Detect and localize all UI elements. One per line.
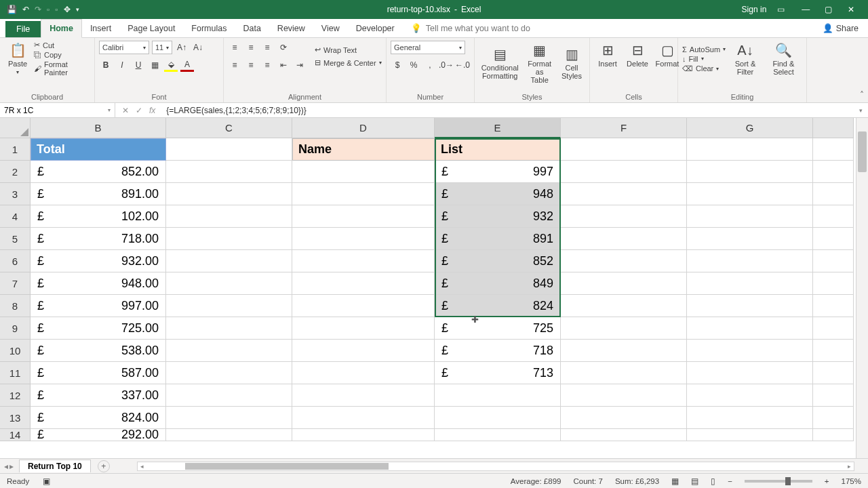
cell[interactable] <box>813 183 854 205</box>
cell[interactable] <box>166 183 292 205</box>
cell[interactable] <box>687 362 813 384</box>
font-size-select[interactable]: 11▾ <box>152 41 172 54</box>
cell[interactable] <box>292 183 435 205</box>
cell[interactable] <box>561 384 687 407</box>
cell[interactable] <box>166 317 292 340</box>
cell[interactable]: £852.00 <box>31 161 166 183</box>
scrollbar-thumb[interactable] <box>185 463 389 470</box>
cell[interactable] <box>813 362 854 384</box>
align-middle-icon[interactable]: ≡ <box>244 41 258 54</box>
cell[interactable] <box>687 161 813 183</box>
row-header[interactable]: 8 <box>0 295 31 317</box>
cell[interactable] <box>561 272 687 295</box>
tab-view[interactable]: View <box>313 20 348 37</box>
cell[interactable]: £725 <box>435 317 561 340</box>
maximize-button[interactable]: ▢ <box>818 5 839 14</box>
cell[interactable] <box>687 250 813 272</box>
cell[interactable]: £997 <box>435 161 561 183</box>
column-header[interactable] <box>813 118 854 138</box>
row-header[interactable]: 7 <box>0 272 31 295</box>
cell[interactable]: £932.00 <box>31 250 166 272</box>
row-header[interactable]: 9 <box>0 317 31 340</box>
cell[interactable] <box>435 407 561 429</box>
zoom-level[interactable]: 175% <box>842 477 861 485</box>
font-color-button[interactable]: A <box>180 58 194 72</box>
paste-button[interactable]: 📋Paste▾ <box>4 41 31 77</box>
ribbon-display-icon[interactable]: ▭ <box>777 5 785 14</box>
sort-filter-button[interactable]: A↓Sort & Filter <box>728 41 762 77</box>
cell[interactable] <box>435 429 561 441</box>
copy-button[interactable]: ⿻Copy <box>34 51 90 59</box>
cell[interactable] <box>687 228 813 250</box>
cell[interactable] <box>687 183 813 205</box>
cell[interactable] <box>813 407 854 429</box>
cell[interactable] <box>813 205 854 228</box>
fill-button[interactable]: ↓Fill▾ <box>682 55 726 63</box>
cell[interactable] <box>561 205 687 228</box>
cell[interactable]: £948.00 <box>31 272 166 295</box>
row-header[interactable]: 4 <box>0 205 31 228</box>
border-button[interactable]: ▦ <box>148 58 161 72</box>
cell[interactable] <box>813 161 854 183</box>
cell[interactable] <box>292 250 435 272</box>
cell[interactable] <box>166 138 292 161</box>
view-page-layout-icon[interactable]: ▤ <box>691 476 698 486</box>
cell[interactable] <box>687 340 813 362</box>
cell[interactable] <box>813 250 854 272</box>
qat-dropdown-icon[interactable]: ▾ <box>76 6 79 13</box>
scrollbar-thumb[interactable] <box>858 131 867 172</box>
orientation-icon[interactable]: ⟳ <box>277 41 290 54</box>
tab-insert[interactable]: Insert <box>82 20 119 37</box>
cell[interactable] <box>292 384 435 407</box>
cell[interactable]: £718 <box>435 340 561 362</box>
cell[interactable]: £891.00 <box>31 183 166 205</box>
cell[interactable] <box>813 429 854 441</box>
row-header[interactable]: 11 <box>0 362 31 384</box>
name-box[interactable]: 7R x 1C▾ <box>0 103 115 117</box>
cell[interactable] <box>687 295 813 317</box>
column-header[interactable]: F <box>561 118 687 138</box>
cell[interactable] <box>813 228 854 250</box>
cell[interactable] <box>166 407 292 429</box>
cell[interactable] <box>166 250 292 272</box>
align-center-icon[interactable]: ≡ <box>244 58 258 72</box>
cell[interactable] <box>292 205 435 228</box>
align-right-icon[interactable]: ≡ <box>260 58 274 72</box>
cell[interactable]: £292.00 <box>31 429 166 441</box>
cell[interactable] <box>561 183 687 205</box>
scroll-left-icon[interactable]: ◂ <box>140 463 144 470</box>
cell[interactable] <box>435 384 561 407</box>
conditional-formatting-button[interactable]: ▤Conditional Formatting <box>479 41 521 85</box>
row-header[interactable]: 3 <box>0 183 31 205</box>
percent-format-icon[interactable]: % <box>407 58 420 72</box>
merge-center-button[interactable]: ⊟Merge & Center▾ <box>315 58 382 67</box>
cell[interactable]: £718.00 <box>31 228 166 250</box>
align-bottom-icon[interactable]: ≡ <box>260 41 274 54</box>
cell[interactable] <box>813 317 854 340</box>
sheet-nav-next-icon[interactable]: ▸ <box>9 462 14 471</box>
expand-formula-bar-icon[interactable]: ▾ <box>854 107 868 114</box>
tab-data[interactable]: Data <box>235 20 269 37</box>
vertical-scrollbar[interactable] <box>856 118 868 458</box>
row-header[interactable]: 6 <box>0 250 31 272</box>
cell[interactable] <box>687 317 813 340</box>
cut-button[interactable]: ✂Cut <box>34 41 90 49</box>
cell[interactable] <box>561 362 687 384</box>
cell[interactable]: £538.00 <box>31 340 166 362</box>
cell[interactable] <box>687 407 813 429</box>
view-page-break-icon[interactable]: ▯ <box>711 476 715 486</box>
cell[interactable]: £891 <box>435 228 561 250</box>
cell[interactable] <box>813 295 854 317</box>
align-top-icon[interactable]: ≡ <box>228 41 241 54</box>
number-format-select[interactable]: General▾ <box>391 41 465 54</box>
cell[interactable] <box>687 384 813 407</box>
sheet-nav-prev-icon[interactable]: ◂ <box>4 462 8 471</box>
accounting-format-icon[interactable]: $ <box>391 58 404 72</box>
row-header[interactable]: 1 <box>0 138 31 161</box>
touch-mode-icon[interactable]: ✥ <box>64 5 71 14</box>
cell[interactable]: £997.00 <box>31 295 166 317</box>
minimize-button[interactable]: — <box>795 5 816 14</box>
tab-developer[interactable]: Developer <box>348 20 403 37</box>
cell[interactable] <box>166 205 292 228</box>
tab-file[interactable]: File <box>5 21 41 37</box>
